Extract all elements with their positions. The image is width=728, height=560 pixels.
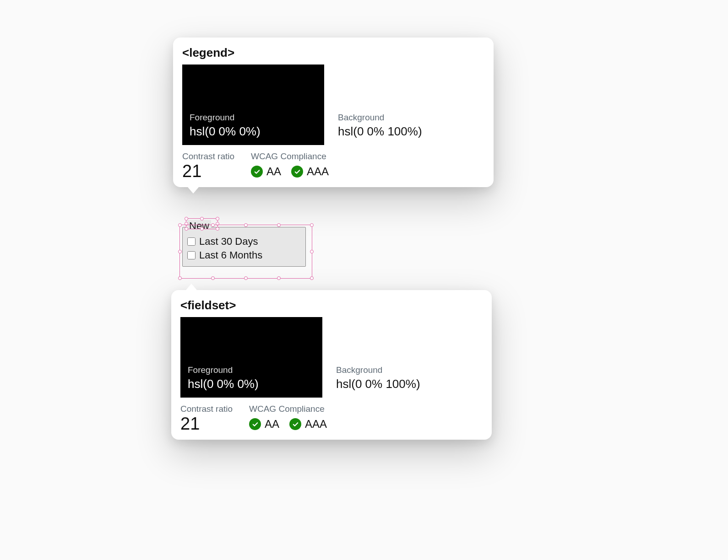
metrics-row: Contrast ratio 21 WCAG Compliance AA xyxy=(180,404,483,432)
selection-handle[interactable] xyxy=(178,250,182,253)
contrast-block: Contrast ratio 21 xyxy=(182,151,234,180)
background-swatch: Background hsl(0 0% 100%) xyxy=(331,65,473,145)
checkbox-input[interactable] xyxy=(187,251,196,259)
background-value: hsl(0 0% 100%) xyxy=(336,377,463,391)
contrast-label: Contrast ratio xyxy=(180,404,233,414)
swatch-row: Foreground hsl(0 0% 0%) Background hsl(0… xyxy=(182,65,484,145)
wcag-badges: AA AAA xyxy=(249,418,327,431)
contrast-label: Contrast ratio xyxy=(182,151,234,162)
checkbox-label: Last 6 Months xyxy=(199,248,262,262)
foreground-swatch: Foreground hsl(0 0% 0%) xyxy=(180,317,322,398)
wcag-aaa-badge: AAA xyxy=(291,165,329,178)
selection-handle[interactable] xyxy=(310,223,314,227)
check-circle-icon xyxy=(251,166,263,178)
wcag-block: WCAG Compliance AA AAA xyxy=(249,404,327,431)
contrast-value: 21 xyxy=(180,415,233,432)
foreground-swatch: Foreground hsl(0 0% 0%) xyxy=(182,65,324,145)
selection-handle[interactable] xyxy=(244,276,248,280)
tooltip-pointer xyxy=(186,284,197,290)
wcag-aa-label: AA xyxy=(266,165,281,178)
checkbox-last-30-days[interactable]: Last 30 Days xyxy=(187,235,301,248)
wcag-aa-badge: AA xyxy=(249,418,279,431)
stage: <legend> Foreground hsl(0 0% 0%) Backgro… xyxy=(0,0,728,560)
background-label: Background xyxy=(336,365,463,375)
selection-handle[interactable] xyxy=(178,223,182,227)
swatch-row: Foreground hsl(0 0% 0%) Background hsl(0… xyxy=(180,317,483,398)
tooltip-tag-title: <legend> xyxy=(182,46,484,60)
foreground-value: hsl(0 0% 0%) xyxy=(188,377,315,391)
selection-handle[interactable] xyxy=(310,276,314,280)
legend-new: New xyxy=(187,220,211,232)
wcag-aaa-label: AAA xyxy=(307,165,329,178)
wcag-label: WCAG Compliance xyxy=(249,404,327,414)
background-value: hsl(0 0% 100%) xyxy=(338,124,465,139)
selection-handle[interactable] xyxy=(277,276,281,280)
checkbox-input[interactable] xyxy=(187,237,196,246)
wcag-aaa-label: AAA xyxy=(305,418,327,431)
contrast-value: 21 xyxy=(182,162,234,180)
checkbox-label: Last 30 Days xyxy=(199,235,258,248)
fieldset-new[interactable]: New Last 30 Days Last 6 Months xyxy=(182,221,306,267)
tooltip-legend: <legend> Foreground hsl(0 0% 0%) Backgro… xyxy=(173,38,494,187)
wcag-label: WCAG Compliance xyxy=(251,151,329,162)
tooltip-tag-title: <fieldset> xyxy=(180,298,483,312)
check-circle-icon xyxy=(289,418,301,430)
selection-handle[interactable] xyxy=(216,217,219,221)
wcag-aa-label: AA xyxy=(265,418,279,431)
selection-handle[interactable] xyxy=(178,276,182,280)
foreground-label: Foreground xyxy=(188,365,315,375)
selection-handle[interactable] xyxy=(211,276,215,280)
foreground-value: hsl(0 0% 0%) xyxy=(190,124,317,139)
wcag-aaa-badge: AAA xyxy=(289,418,327,431)
foreground-label: Foreground xyxy=(190,113,317,123)
tooltip-fieldset: <fieldset> Foreground hsl(0 0% 0%) Backg… xyxy=(171,290,492,440)
wcag-badges: AA AAA xyxy=(251,165,329,178)
wcag-aa-badge: AA xyxy=(251,165,281,178)
selection-handle[interactable] xyxy=(310,250,314,253)
check-circle-icon xyxy=(291,166,303,178)
background-swatch: Background hsl(0 0% 100%) xyxy=(329,317,471,398)
contrast-block: Contrast ratio 21 xyxy=(180,404,233,432)
tooltip-pointer xyxy=(188,187,199,194)
check-circle-icon xyxy=(249,418,261,430)
wcag-block: WCAG Compliance AA AAA xyxy=(251,151,329,178)
background-label: Background xyxy=(338,113,465,123)
metrics-row: Contrast ratio 21 WCAG Compliance AA xyxy=(182,151,484,180)
checkbox-last-6-months[interactable]: Last 6 Months xyxy=(187,248,301,262)
